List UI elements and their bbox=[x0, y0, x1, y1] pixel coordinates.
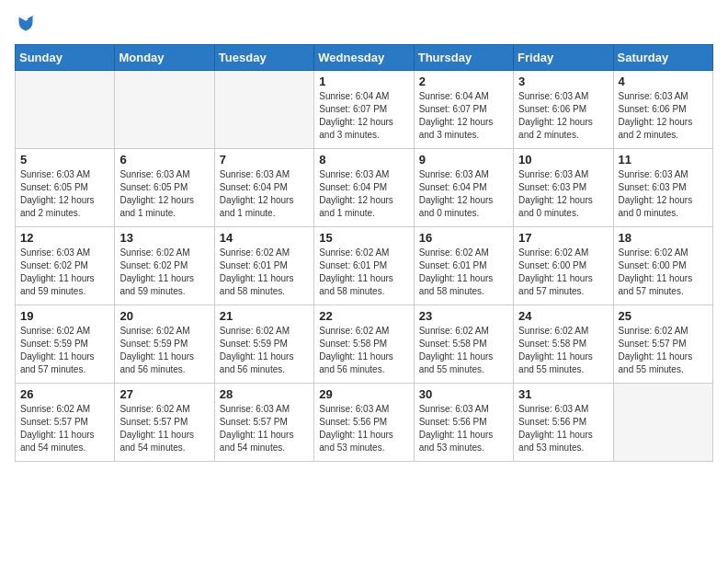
day-info: Sunrise: 6:04 AM Sunset: 6:07 PM Dayligh… bbox=[319, 90, 408, 142]
calendar-cell: 31Sunrise: 6:03 AM Sunset: 5:56 PM Dayli… bbox=[514, 384, 613, 462]
day-info: Sunrise: 6:02 AM Sunset: 5:59 PM Dayligh… bbox=[20, 325, 109, 376]
day-number: 1 bbox=[319, 75, 408, 88]
header-friday: Friday bbox=[514, 45, 613, 71]
calendar-cell: 17Sunrise: 6:02 AM Sunset: 6:00 PM Dayli… bbox=[514, 227, 613, 305]
calendar-cell: 10Sunrise: 6:03 AM Sunset: 6:03 PM Dayli… bbox=[514, 149, 613, 227]
header-saturday: Saturday bbox=[613, 45, 712, 71]
calendar-cell: 2Sunrise: 6:04 AM Sunset: 6:07 PM Daylig… bbox=[414, 71, 513, 149]
day-number: 21 bbox=[220, 309, 309, 323]
calendar-cell bbox=[214, 71, 313, 149]
day-number: 4 bbox=[619, 75, 708, 88]
day-number: 13 bbox=[119, 231, 209, 245]
day-number: 28 bbox=[220, 387, 309, 401]
day-info: Sunrise: 6:03 AM Sunset: 6:03 PM Dayligh… bbox=[619, 168, 708, 220]
calendar-cell: 24Sunrise: 6:02 AM Sunset: 5:58 PM Dayli… bbox=[514, 305, 613, 384]
calendar-cell: 21Sunrise: 6:02 AM Sunset: 5:59 PM Dayli… bbox=[214, 305, 313, 384]
calendar-cell: 1Sunrise: 6:04 AM Sunset: 6:07 PM Daylig… bbox=[314, 71, 414, 149]
day-number: 27 bbox=[119, 387, 209, 401]
day-info: Sunrise: 6:02 AM Sunset: 5:57 PM Dayligh… bbox=[119, 403, 209, 454]
day-info: Sunrise: 6:03 AM Sunset: 6:06 PM Dayligh… bbox=[518, 90, 608, 142]
calendar-cell: 5Sunrise: 6:03 AM Sunset: 6:05 PM Daylig… bbox=[16, 149, 115, 227]
day-info: Sunrise: 6:02 AM Sunset: 5:58 PM Dayligh… bbox=[319, 325, 408, 376]
calendar-cell: 15Sunrise: 6:02 AM Sunset: 6:01 PM Dayli… bbox=[314, 227, 414, 305]
calendar-table: SundayMondayTuesdayWednesdayThursdayFrid… bbox=[15, 44, 713, 462]
calendar-cell: 29Sunrise: 6:03 AM Sunset: 5:56 PM Dayli… bbox=[314, 384, 414, 462]
day-info: Sunrise: 6:02 AM Sunset: 6:01 PM Dayligh… bbox=[419, 247, 508, 298]
calendar-cell: 3Sunrise: 6:03 AM Sunset: 6:06 PM Daylig… bbox=[514, 71, 613, 149]
day-number: 2 bbox=[419, 75, 508, 88]
calendar-cell bbox=[613, 384, 712, 462]
day-number: 20 bbox=[119, 309, 209, 323]
calendar-cell: 23Sunrise: 6:02 AM Sunset: 5:58 PM Dayli… bbox=[414, 305, 513, 384]
day-info: Sunrise: 6:03 AM Sunset: 6:05 PM Dayligh… bbox=[119, 168, 209, 220]
header-thursday: Thursday bbox=[414, 45, 513, 71]
day-info: Sunrise: 6:03 AM Sunset: 6:03 PM Dayligh… bbox=[518, 168, 608, 220]
day-number: 10 bbox=[518, 153, 608, 167]
day-number: 23 bbox=[419, 309, 508, 323]
day-number: 17 bbox=[518, 231, 608, 245]
day-info: Sunrise: 6:03 AM Sunset: 6:06 PM Dayligh… bbox=[619, 90, 708, 142]
day-number: 30 bbox=[419, 387, 508, 401]
day-number: 5 bbox=[20, 153, 109, 167]
calendar-cell: 8Sunrise: 6:03 AM Sunset: 6:04 PM Daylig… bbox=[314, 149, 414, 227]
calendar-cell: 18Sunrise: 6:02 AM Sunset: 6:00 PM Dayli… bbox=[613, 227, 712, 305]
day-info: Sunrise: 6:03 AM Sunset: 5:57 PM Dayligh… bbox=[220, 403, 309, 454]
day-info: Sunrise: 6:02 AM Sunset: 5:59 PM Dayligh… bbox=[220, 325, 309, 376]
calendar-cell: 9Sunrise: 6:03 AM Sunset: 6:04 PM Daylig… bbox=[414, 149, 513, 227]
day-info: Sunrise: 6:03 AM Sunset: 6:04 PM Dayligh… bbox=[220, 168, 309, 220]
day-info: Sunrise: 6:02 AM Sunset: 6:01 PM Dayligh… bbox=[220, 247, 309, 298]
day-number: 9 bbox=[419, 153, 508, 167]
calendar-cell: 7Sunrise: 6:03 AM Sunset: 6:04 PM Daylig… bbox=[214, 149, 313, 227]
day-number: 7 bbox=[220, 153, 309, 167]
day-info: Sunrise: 6:03 AM Sunset: 6:05 PM Dayligh… bbox=[20, 168, 109, 220]
day-info: Sunrise: 6:03 AM Sunset: 5:56 PM Dayligh… bbox=[518, 403, 608, 454]
calendar-cell: 12Sunrise: 6:03 AM Sunset: 6:02 PM Dayli… bbox=[16, 227, 115, 305]
calendar-cell: 22Sunrise: 6:02 AM Sunset: 5:58 PM Dayli… bbox=[314, 305, 414, 384]
header-wednesday: Wednesday bbox=[314, 45, 414, 71]
day-info: Sunrise: 6:02 AM Sunset: 6:00 PM Dayligh… bbox=[518, 247, 608, 298]
day-info: Sunrise: 6:03 AM Sunset: 6:04 PM Dayligh… bbox=[419, 168, 508, 220]
day-number: 11 bbox=[619, 153, 708, 167]
calendar-cell: 14Sunrise: 6:02 AM Sunset: 6:01 PM Dayli… bbox=[214, 227, 313, 305]
calendar-cell: 6Sunrise: 6:03 AM Sunset: 6:05 PM Daylig… bbox=[115, 149, 214, 227]
week-row-2: 5Sunrise: 6:03 AM Sunset: 6:05 PM Daylig… bbox=[16, 149, 713, 227]
day-info: Sunrise: 6:04 AM Sunset: 6:07 PM Dayligh… bbox=[419, 90, 508, 142]
day-info: Sunrise: 6:02 AM Sunset: 5:57 PM Dayligh… bbox=[20, 403, 109, 454]
header-sunday: Sunday bbox=[16, 45, 115, 71]
week-row-1: 1Sunrise: 6:04 AM Sunset: 6:07 PM Daylig… bbox=[16, 71, 713, 149]
day-info: Sunrise: 6:02 AM Sunset: 5:58 PM Dayligh… bbox=[518, 325, 608, 376]
day-number: 29 bbox=[319, 387, 408, 401]
day-number: 19 bbox=[20, 309, 109, 323]
day-number: 26 bbox=[20, 387, 109, 401]
day-info: Sunrise: 6:02 AM Sunset: 6:00 PM Dayligh… bbox=[619, 247, 708, 298]
day-info: Sunrise: 6:02 AM Sunset: 5:57 PM Dayligh… bbox=[619, 325, 708, 376]
day-info: Sunrise: 6:02 AM Sunset: 6:01 PM Dayligh… bbox=[319, 247, 408, 298]
day-number: 22 bbox=[319, 309, 408, 323]
calendar-cell: 20Sunrise: 6:02 AM Sunset: 5:59 PM Dayli… bbox=[115, 305, 214, 384]
day-number: 31 bbox=[518, 387, 608, 401]
calendar-cell: 4Sunrise: 6:03 AM Sunset: 6:06 PM Daylig… bbox=[613, 71, 712, 149]
header-tuesday: Tuesday bbox=[214, 45, 313, 71]
week-row-5: 26Sunrise: 6:02 AM Sunset: 5:57 PM Dayli… bbox=[16, 384, 713, 462]
day-number: 8 bbox=[319, 153, 408, 167]
day-number: 15 bbox=[319, 231, 408, 245]
day-number: 25 bbox=[619, 309, 708, 323]
day-number: 24 bbox=[518, 309, 608, 323]
day-info: Sunrise: 6:02 AM Sunset: 5:59 PM Dayligh… bbox=[119, 325, 209, 376]
day-number: 3 bbox=[518, 75, 608, 88]
calendar-cell: 16Sunrise: 6:02 AM Sunset: 6:01 PM Dayli… bbox=[414, 227, 513, 305]
calendar-cell: 19Sunrise: 6:02 AM Sunset: 5:59 PM Dayli… bbox=[16, 305, 115, 384]
calendar-cell: 13Sunrise: 6:02 AM Sunset: 6:02 PM Dayli… bbox=[115, 227, 214, 305]
calendar-cell: 25Sunrise: 6:02 AM Sunset: 5:57 PM Dayli… bbox=[613, 305, 712, 384]
calendar-cell bbox=[115, 71, 214, 149]
calendar-cell: 11Sunrise: 6:03 AM Sunset: 6:03 PM Dayli… bbox=[613, 149, 712, 227]
calendar-cell: 28Sunrise: 6:03 AM Sunset: 5:57 PM Dayli… bbox=[214, 384, 313, 462]
day-info: Sunrise: 6:02 AM Sunset: 5:58 PM Dayligh… bbox=[419, 325, 508, 376]
day-number: 12 bbox=[20, 231, 109, 245]
day-info: Sunrise: 6:03 AM Sunset: 6:02 PM Dayligh… bbox=[20, 247, 109, 298]
days-header-row: SundayMondayTuesdayWednesdayThursdayFrid… bbox=[16, 45, 713, 71]
logo bbox=[15, 15, 35, 33]
day-info: Sunrise: 6:03 AM Sunset: 6:04 PM Dayligh… bbox=[319, 168, 408, 220]
calendar-cell: 27Sunrise: 6:02 AM Sunset: 5:57 PM Dayli… bbox=[115, 384, 214, 462]
header-monday: Monday bbox=[115, 45, 214, 71]
